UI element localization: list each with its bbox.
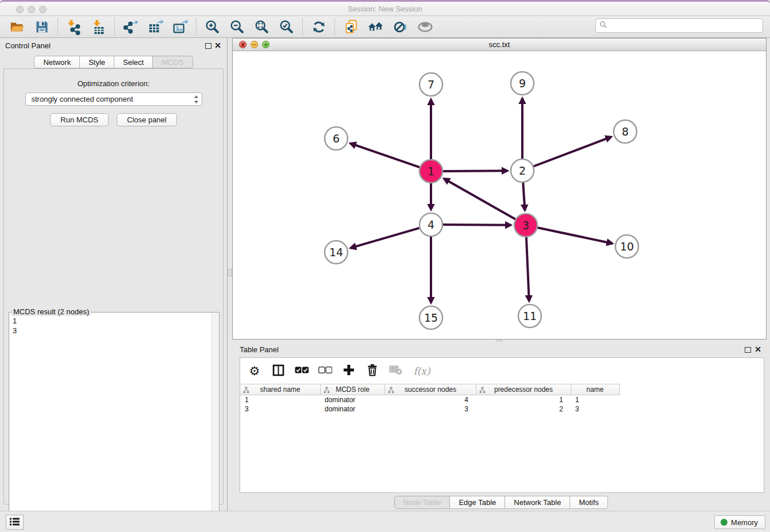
clone-network-button[interactable] [342,18,360,36]
node-6[interactable]: 6 [325,127,348,150]
node-2[interactable]: 2 [511,159,534,182]
edge-3-10[interactable] [538,228,613,243]
result-scrollbar[interactable] [211,313,218,525]
float-panel-icon[interactable] [205,43,211,49]
node-10[interactable]: 10 [615,235,638,258]
mcds-panel: Optimization criterion: strongly connect… [3,68,224,504]
svg-text:7: 7 [428,78,434,91]
close-panel-icon[interactable]: ✕ [754,345,762,354]
tab-network[interactable]: Network [34,56,80,68]
table-cell[interactable]: dominator [320,405,384,413]
search-input[interactable] [607,20,763,32]
zoom-selected-button[interactable] [278,18,295,36]
column-header-shared-name[interactable]: shared name [240,384,320,395]
function-builder-button[interactable]: f(x) [412,364,432,379]
zoom-out-button[interactable] [229,18,246,36]
zoom-in-button[interactable] [204,18,221,36]
close-panel-button[interactable]: Close panel [117,113,177,126]
table-cell[interactable]: 4 [384,396,476,404]
mcds-result-item: 3 [13,326,211,336]
open-session-button[interactable] [9,18,26,36]
mcds-result-list[interactable]: 13 [9,313,211,525]
session-title: Session: New Session [0,5,770,13]
table-cell[interactable]: dominator [320,396,384,404]
zoom-fit-button[interactable] [253,18,271,36]
attribute-icon [388,387,394,395]
network-canvas[interactable]: 7968124314101511 [233,51,766,339]
attribute-icon [324,387,330,395]
show-columns-button[interactable] [271,364,286,379]
edge-3-11[interactable] [526,237,529,301]
svg-text:3: 3 [522,219,529,232]
close-panel-icon[interactable]: ✕ [214,41,222,50]
node-1[interactable]: 1 [419,160,442,183]
save-session-button[interactable] [33,18,51,36]
import-network-button[interactable] [66,18,83,36]
gear-icon: ⚙ [249,365,260,377]
export-table-button[interactable] [147,18,164,36]
table-settings-button[interactable]: ⚙ [247,364,262,379]
tab-mcds[interactable]: MCDS [153,56,192,68]
svg-text:4: 4 [428,218,434,231]
tab-style[interactable]: Style [80,56,114,68]
node-15[interactable]: 15 [419,306,442,329]
tab-network-table[interactable]: Network Table [505,496,570,509]
create-column-button[interactable] [341,364,356,379]
edge-1-2[interactable] [443,171,507,171]
run-mcds-button[interactable]: Run MCDS [50,113,109,126]
tab-select[interactable]: Select [114,56,153,68]
tab-edge-table[interactable]: Edge Table [450,496,505,509]
node-11[interactable]: 11 [518,304,541,327]
column-header-MCDS-role[interactable]: MCDS role [320,384,384,395]
edge-4-14[interactable] [351,228,419,248]
memory-button[interactable]: Memory [714,515,765,529]
node-4[interactable]: 4 [419,213,442,236]
delete-column-button[interactable] [365,364,380,379]
delete-table-button[interactable] [388,364,403,379]
edge-2-8[interactable] [534,137,611,166]
table-row[interactable]: 1dominator411 [240,395,764,404]
node-8[interactable]: 8 [614,120,637,143]
table-cell[interactable]: 3 [384,405,476,413]
node-7[interactable]: 7 [419,73,442,96]
toolbar-separator [302,18,303,36]
table-cell[interactable]: 3 [571,405,619,413]
export-image-button[interactable] [172,18,189,36]
table-cell[interactable]: 3 [240,405,320,413]
eye-icon [417,20,434,34]
edge-3-1[interactable] [444,179,515,219]
edge-4-3[interactable] [443,225,511,225]
delete-table-icon [389,365,403,377]
column-header-name[interactable]: name [571,384,619,395]
apply-layout-button[interactable] [310,18,328,36]
vertical-splitter-grip[interactable] [228,269,232,276]
table-row[interactable]: 3dominator323 [240,404,764,414]
table-cell[interactable]: 2 [476,405,571,413]
node-3[interactable]: 3 [514,214,537,237]
node-14[interactable]: 14 [325,241,348,264]
tab-motifs[interactable]: Motifs [570,496,608,509]
table-cell[interactable]: 1 [476,396,571,404]
optimization-criterion-select[interactable]: strongly connected component [25,92,202,106]
export-network-button[interactable] [122,18,140,36]
import-table-button[interactable] [90,18,107,36]
tab-node-table[interactable]: Node Table [394,496,451,509]
select-all-button[interactable] [294,364,309,379]
first-neighbors-button[interactable] [367,18,384,36]
table-cell[interactable]: 1 [240,396,320,404]
column-header-successor-nodes[interactable]: successor nodes [384,384,476,395]
deselect-all-button[interactable] [318,364,333,379]
show-panels-button[interactable] [6,515,24,530]
edge-1-6[interactable] [351,144,420,168]
table-cell[interactable]: 1 [571,396,619,404]
houses-icon [367,19,384,35]
toggle-graphics-details-button[interactable] [392,18,409,36]
import-table-icon [91,19,107,35]
edge-2-3[interactable] [523,183,525,210]
column-header-predecessor-nodes[interactable]: predecessor nodes [476,384,571,395]
network-window-titlebar[interactable]: x − + scc.txt [233,38,766,51]
node-9[interactable]: 9 [511,72,534,95]
birds-eye-view-button[interactable] [417,18,434,36]
float-panel-icon[interactable] [745,347,751,353]
zoom-selected-icon [279,19,295,35]
